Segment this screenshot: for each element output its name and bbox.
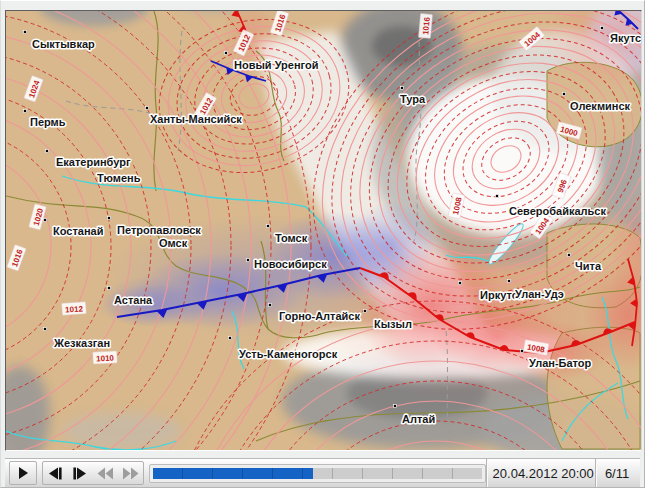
- pressure-value: 1010: [96, 354, 115, 364]
- city-label: Кызыл: [374, 318, 412, 330]
- city-dot: [107, 286, 110, 289]
- city-dot: [224, 51, 227, 54]
- city-dot: [246, 258, 249, 261]
- city-dot: [495, 194, 498, 197]
- city-label: Алтай: [402, 413, 435, 425]
- fast-forward-button[interactable]: [118, 462, 143, 484]
- city-label: Екатеринбург: [56, 156, 131, 168]
- city-label: Пермь: [30, 116, 66, 128]
- pressure-badge: 1010: [93, 351, 118, 364]
- city-label: Горно-Алтайск: [279, 310, 360, 322]
- step-back-button[interactable]: [43, 462, 68, 484]
- weather-map: 1024102010161012101010161012101210161004…: [6, 11, 641, 450]
- weather-app-window: 1024102010161012101010161012101210161004…: [0, 0, 645, 488]
- city-dot: [562, 92, 565, 95]
- city-label: Ханты-Мансийск: [150, 113, 242, 125]
- city-label: Новый Уренгой: [234, 59, 318, 71]
- city-dot: [268, 303, 271, 306]
- city-label: Улан-Удэ: [515, 288, 564, 300]
- city-label: Жезказган: [53, 337, 110, 349]
- city-label: Улан-Батор: [529, 357, 592, 369]
- city-dot: [43, 218, 46, 221]
- city-label: Петропавловск: [117, 224, 201, 236]
- play-icon: [19, 467, 28, 479]
- rewind-button[interactable]: [93, 462, 118, 484]
- step-forward-button[interactable]: [68, 462, 93, 484]
- fast-forward-icon: [123, 467, 131, 479]
- city-label: Сыктывкар: [32, 38, 95, 50]
- step-forward-icon: [77, 467, 86, 479]
- frame-counter: 6/11: [596, 466, 638, 481]
- pressure-badge: 1012: [62, 302, 87, 316]
- pressure-value: 1012: [65, 304, 84, 314]
- city-label: Новосибирск: [254, 258, 327, 270]
- step-button-group: [42, 461, 144, 485]
- city-dot: [45, 149, 48, 152]
- city-dot: [520, 349, 523, 352]
- step-back-icon: [49, 467, 58, 479]
- city-dot: [363, 309, 366, 312]
- city-dot: [600, 26, 603, 29]
- city-label: Тура: [400, 93, 426, 105]
- rewind-icon: [97, 467, 105, 479]
- city-dot: [393, 404, 396, 407]
- city-label: Костанай: [53, 225, 103, 237]
- city-dot: [107, 216, 110, 219]
- city-dot: [507, 279, 510, 282]
- city-label: Омск: [159, 237, 188, 249]
- separator: [486, 459, 487, 487]
- city-label: Астана: [114, 294, 153, 306]
- play-button[interactable]: [9, 461, 37, 485]
- city-dot: [23, 109, 26, 112]
- playback-controls: 20.04.2012 20:00 6/11: [5, 458, 640, 487]
- city-dot: [228, 336, 231, 339]
- pressure-badge: 1016: [418, 13, 432, 38]
- city-label: Чита: [575, 260, 602, 272]
- city-dot: [266, 224, 269, 227]
- city-label: Усть-Каменогорск: [239, 348, 338, 360]
- frame-timestamp: 20.04.2012 20:00: [491, 466, 595, 481]
- pressure-value: 1016: [421, 16, 432, 35]
- city-dot: [567, 253, 570, 256]
- timeline-panel: [149, 464, 486, 483]
- city-label: Олекминск: [570, 100, 631, 112]
- city-dot: [458, 281, 461, 284]
- city-label: Якутск: [610, 32, 641, 44]
- timeline-progress-fill: [153, 468, 313, 479]
- city-label: Томск: [275, 232, 308, 244]
- city-label: Тюмень: [97, 172, 141, 184]
- city-dot: [23, 30, 26, 33]
- city-dot: [400, 86, 403, 89]
- city-dot: [145, 106, 148, 109]
- city-label: Северобайкальск: [509, 205, 606, 217]
- map-viewport: 1024102010161012101010161012101210161004…: [5, 10, 642, 451]
- timeline-progress[interactable]: [153, 468, 482, 479]
- city-dot: [43, 327, 46, 330]
